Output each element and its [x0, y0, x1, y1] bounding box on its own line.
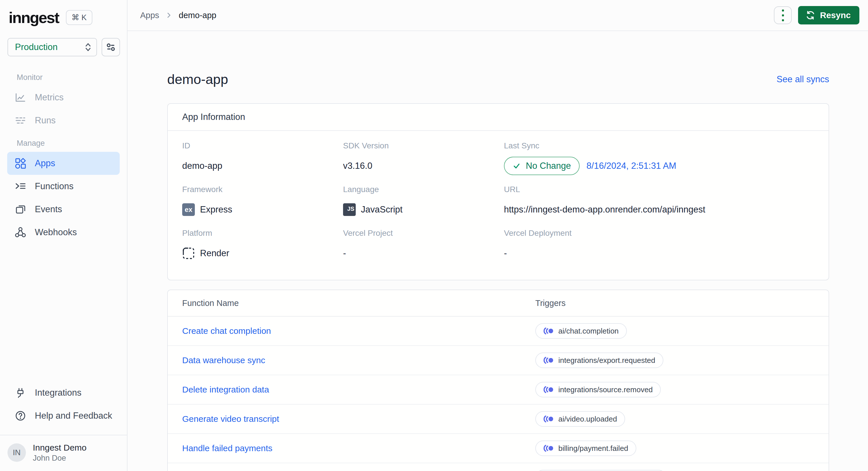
- function-link[interactable]: Generate video transcript: [182, 414, 279, 424]
- sidebar: inngest ⌘ K Production: [0, 0, 127, 471]
- command-k-shortcut-badge[interactable]: ⌘ K: [66, 10, 93, 25]
- field-label: Language: [343, 184, 504, 195]
- events-icon: [15, 204, 26, 215]
- user-menu[interactable]: IN Inngest Demo John Doe: [0, 435, 127, 471]
- user-org-name: Inngest Demo: [33, 442, 87, 453]
- user-name: John Doe: [33, 453, 87, 463]
- field-url: URL https://inngest-demo-app.onrender.co…: [504, 184, 814, 219]
- function-link[interactable]: Data warehouse sync: [182, 356, 265, 365]
- trigger-label: ai/video.uploaded: [558, 415, 617, 424]
- event-trigger-icon: [544, 444, 554, 452]
- resync-label: Resync: [820, 10, 851, 20]
- breadcrumb: Apps demo-app: [140, 11, 216, 20]
- page-title: demo-app: [167, 71, 228, 87]
- app-information-card: App Information ID demo-app SDK Version …: [167, 103, 829, 280]
- sidebar-item-functions[interactable]: Functions: [7, 175, 120, 198]
- last-sync-value: No Change 8/16/2024, 2:51:31 AM: [504, 157, 814, 175]
- breadcrumb-apps[interactable]: Apps: [140, 11, 159, 20]
- see-all-syncs-link[interactable]: See all syncs: [776, 74, 829, 85]
- trigger-label: integrations/source.removed: [558, 385, 653, 394]
- trigger-pill[interactable]: billing/payment.failed: [535, 440, 636, 456]
- trigger-pill[interactable]: integrations/export.requested: [535, 352, 663, 368]
- kebab-icon: [782, 9, 784, 21]
- sidebar-item-label: Events: [35, 204, 62, 214]
- trigger-pill[interactable]: ai/chat.completion: [535, 323, 627, 339]
- app-information-grid: ID demo-app SDK Version v3.16.0 Last Syn…: [168, 131, 829, 280]
- event-trigger-icon: [544, 356, 554, 364]
- field-label: URL: [504, 184, 814, 195]
- sidebar-item-webhooks[interactable]: Webhooks: [7, 221, 120, 244]
- webhooks-icon: [15, 227, 26, 238]
- field-label: Vercel Project: [343, 228, 504, 238]
- trigger-label: billing/payment.failed: [558, 444, 628, 453]
- sidebar-item-events[interactable]: Events: [7, 198, 120, 221]
- trigger-pill[interactable]: integrations/source.connected: [535, 470, 666, 471]
- app-actions-menu-button[interactable]: [774, 6, 792, 24]
- table-row: Handle failed payments billing/payment.f…: [168, 434, 829, 463]
- field-platform: Platform Render: [182, 228, 343, 263]
- sidebar-item-runs[interactable]: Runs: [7, 109, 120, 132]
- inngest-logo: inngest: [9, 9, 59, 27]
- environment-label: Production: [15, 42, 58, 52]
- page-head: demo-app See all syncs: [167, 71, 829, 87]
- sidebar-nav: Monitor Metrics Runs: [0, 66, 127, 244]
- field-framework: Framework ex Express: [182, 184, 343, 219]
- field-label: Framework: [182, 184, 343, 195]
- field-value: -: [504, 244, 814, 263]
- main-content: demo-app See all syncs App Information I…: [127, 32, 868, 471]
- avatar: IN: [7, 443, 26, 462]
- javascript-icon: JS: [343, 203, 356, 216]
- chevron-right-icon: [165, 12, 173, 19]
- sidebar-item-integrations[interactable]: Integrations: [7, 381, 120, 404]
- sidebar-item-label: Webhooks: [35, 227, 77, 237]
- sidebar-item-label: Metrics: [35, 92, 64, 103]
- trigger-pill[interactable]: integrations/source.removed: [535, 382, 661, 397]
- field-vercel-project: Vercel Project -: [343, 228, 504, 263]
- sidebar-item-label: Integrations: [35, 388, 82, 398]
- field-label: Vercel Deployment: [504, 228, 814, 238]
- sidebar-item-apps[interactable]: Apps: [7, 152, 120, 175]
- field-value: demo-app: [182, 157, 343, 175]
- sidebar-item-metrics[interactable]: Metrics: [7, 86, 120, 109]
- sidebar-footer: Integrations Help and Feedback IN Innges…: [0, 381, 127, 471]
- field-vercel-deployment: Vercel Deployment -: [504, 228, 814, 263]
- logo-row: inngest ⌘ K: [0, 0, 127, 27]
- function-link[interactable]: Handle failed payments: [182, 443, 273, 453]
- table-row: Delete integration data integrations/sou…: [168, 375, 829, 405]
- trigger-pill[interactable]: ai/video.uploaded: [535, 411, 625, 427]
- functions-table-header: Function Name Triggers: [168, 290, 829, 316]
- app-url: https://inngest-demo-app.onrender.com/ap…: [504, 200, 814, 219]
- trigger-label: ai/chat.completion: [558, 327, 619, 336]
- user-info: Inngest Demo John Doe: [33, 442, 87, 463]
- render-icon: [182, 247, 195, 260]
- table-row: Create chat completion ai/chat.completio…: [168, 316, 829, 346]
- table-row: Import data pipeline integrations/source…: [168, 463, 829, 471]
- sidebar-item-help-feedback[interactable]: Help and Feedback: [7, 404, 120, 427]
- resync-button[interactable]: Resync: [798, 6, 859, 25]
- sidebar-item-label: Runs: [35, 115, 56, 126]
- app-information-title: App Information: [168, 104, 829, 131]
- runs-icon: [15, 115, 26, 126]
- field-value: v3.16.0: [343, 157, 504, 175]
- event-trigger-icon: [544, 327, 554, 335]
- functions-table-card: Function Name Triggers Create chat compl…: [167, 290, 829, 471]
- event-trigger-icon: [544, 385, 554, 394]
- apps-icon: [15, 158, 26, 169]
- topbar: Apps demo-app Resync: [127, 0, 868, 31]
- check-icon: [513, 162, 521, 170]
- environment-settings-button[interactable]: [102, 38, 120, 56]
- metrics-icon: [15, 92, 26, 103]
- app-root: inngest ⌘ K Production: [0, 0, 868, 471]
- last-sync-timestamp-link[interactable]: 8/16/2024, 2:51:31 AM: [587, 160, 676, 172]
- language-name: JavaScript: [361, 204, 403, 216]
- event-trigger-icon: [544, 415, 554, 423]
- environment-select[interactable]: Production: [7, 38, 97, 56]
- no-change-badge[interactable]: No Change: [504, 157, 580, 175]
- sidebar-item-label: Functions: [35, 181, 73, 192]
- function-link[interactable]: Delete integration data: [182, 385, 269, 394]
- field-value: JS JavaScript: [343, 200, 504, 219]
- column-function-name: Function Name: [168, 299, 535, 308]
- field-label: ID: [182, 141, 343, 151]
- field-label: SDK Version: [343, 141, 504, 151]
- function-link[interactable]: Create chat completion: [182, 326, 271, 336]
